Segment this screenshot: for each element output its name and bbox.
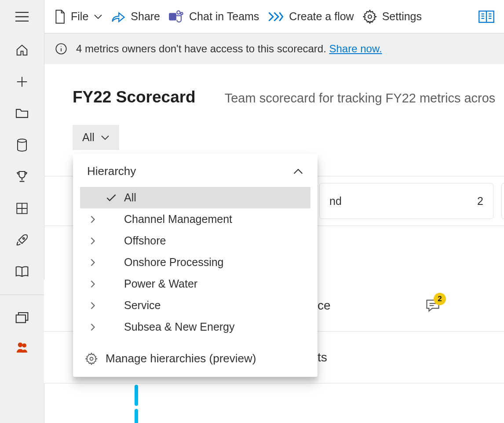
plus-icon [15, 75, 29, 88]
metric-name-fragment: ce [318, 299, 331, 313]
create-flow-button[interactable]: Create a flow [268, 10, 354, 23]
folder-icon [15, 108, 29, 119]
hierarchy-item[interactable]: Offshore [80, 230, 310, 252]
people-icon [15, 341, 29, 355]
svg-point-9 [181, 12, 183, 15]
hierarchy-item-label: Channel Management [124, 213, 232, 226]
chat-teams-button[interactable]: T Chat in Teams [169, 10, 259, 23]
command-bar: File Share T Chat in Teams Create a flow… [44, 0, 504, 33]
comments-indicator[interactable]: 2 [426, 299, 440, 312]
hierarchy-item-label: Service [124, 299, 161, 312]
share-icon [111, 11, 125, 23]
nav-workspaces[interactable] [16, 312, 28, 324]
hierarchy-item-label: Onshore Processing [124, 256, 224, 269]
status-card[interactable]: nd 2 [319, 183, 493, 219]
access-warning-banner: 4 metrics owners don't have access to th… [44, 33, 504, 64]
svg-point-0 [18, 139, 26, 142]
settings-button[interactable]: Settings [363, 10, 422, 24]
database-icon [16, 139, 28, 152]
reading-view-button[interactable] [478, 10, 494, 23]
status-card-atrisk[interactable]: At ri [501, 183, 504, 219]
card-text-fragment: nd [329, 195, 342, 208]
nav-workspace-current[interactable] [16, 342, 28, 354]
hierarchy-item-label: All [124, 191, 136, 204]
chevron-right-icon [90, 323, 95, 332]
nav-create[interactable] [16, 76, 28, 88]
svg-point-4 [18, 343, 22, 346]
reading-icon [478, 10, 494, 23]
timeline-marker [135, 385, 138, 406]
chevron-down-icon [94, 14, 102, 19]
workspaces-icon [15, 311, 29, 325]
svg-rect-3 [16, 315, 26, 322]
settings-label: Settings [382, 10, 422, 23]
hierarchy-item[interactable]: Service [80, 295, 310, 316]
home-icon [15, 44, 29, 57]
rail-divider [0, 295, 44, 295]
create-flow-label: Create a flow [289, 10, 354, 23]
svg-point-13 [90, 357, 93, 360]
hierarchy-item[interactable]: Subsea & New Energy [80, 316, 310, 338]
banner-message: 4 metrics owners don't have access to th… [76, 43, 382, 55]
card-value: 2 [477, 195, 483, 208]
chat-teams-label: Chat in Teams [189, 10, 259, 23]
rocket-icon [15, 233, 29, 247]
gear-icon [363, 10, 377, 24]
file-label: File [71, 10, 88, 23]
nav-deploy[interactable] [16, 234, 28, 246]
info-icon [55, 43, 67, 55]
nav-goals[interactable] [16, 171, 28, 183]
share-now-link[interactable]: Share now. [329, 43, 382, 55]
hierarchy-header[interactable]: Hierarchy [73, 154, 318, 184]
hierarchy-item[interactable]: Channel Management [80, 208, 310, 230]
file-icon [54, 10, 66, 24]
gear-icon [85, 353, 98, 365]
share-button[interactable]: Share [111, 10, 160, 23]
svg-point-5 [23, 344, 26, 347]
hierarchy-item-label: Subsea & New Energy [124, 321, 235, 333]
chevron-right-icon [90, 301, 95, 310]
chevron-right-icon [90, 258, 95, 267]
chevron-right-icon [90, 280, 95, 288]
metric-name-fragment: ts [318, 350, 327, 365]
timeline-marker [135, 409, 138, 423]
hierarchy-item[interactable]: Power & Water [80, 273, 310, 295]
nav-home[interactable] [16, 44, 28, 56]
nav-browse[interactable] [16, 107, 28, 120]
check-icon [106, 194, 117, 202]
hierarchy-item-label: Offshore [124, 234, 166, 247]
chevron-right-icon [90, 237, 95, 245]
nav-learn[interactable] [16, 266, 28, 278]
hierarchy-item[interactable]: Onshore Processing [80, 252, 310, 273]
chevron-right-icon [90, 215, 95, 224]
svg-point-2 [23, 237, 25, 239]
hierarchy-filter-button[interactable]: All [73, 125, 119, 150]
chevron-down-icon [101, 135, 110, 140]
teams-icon: T [169, 10, 184, 23]
chevron-up-icon [293, 168, 303, 175]
comment-count-badge: 2 [434, 293, 446, 305]
nav-data[interactable] [16, 139, 28, 151]
trophy-icon [15, 170, 29, 184]
hierarchy-item-all[interactable]: All [80, 187, 310, 208]
svg-point-10 [368, 15, 372, 18]
svg-point-8 [177, 11, 180, 14]
apps-icon [16, 202, 28, 215]
page-subtitle: Team scorecard for tracking FY22 metrics… [225, 91, 496, 106]
hierarchy-list: All Channel Management Offshore Onshore … [73, 184, 318, 346]
manage-hierarchies-label: Manage hierarchies (preview) [106, 352, 256, 365]
hamburger-menu-button[interactable] [0, 0, 44, 33]
svg-text:T: T [171, 14, 174, 19]
book-icon [15, 266, 29, 278]
filter-selected-label: All [82, 131, 95, 144]
manage-hierarchies-button[interactable]: Manage hierarchies (preview) [73, 346, 318, 369]
hierarchy-dropdown-panel: Hierarchy All Channel Management Offshor… [73, 154, 318, 377]
share-label: Share [131, 10, 160, 23]
hierarchy-header-label: Hierarchy [87, 164, 136, 178]
file-menu[interactable]: File [54, 10, 102, 24]
left-nav-rail [0, 0, 44, 423]
hierarchy-item-label: Power & Water [124, 277, 197, 290]
page-title: FY22 Scorecard [73, 88, 196, 106]
nav-apps[interactable] [16, 202, 28, 215]
flow-icon [268, 11, 284, 23]
